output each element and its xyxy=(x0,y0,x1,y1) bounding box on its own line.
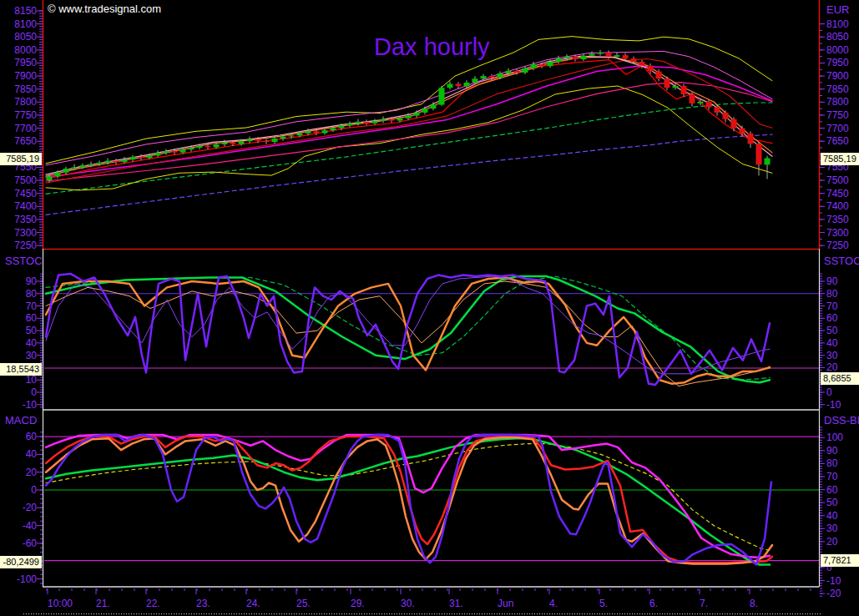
price-value-box-right: 7585,19 xyxy=(821,153,859,165)
candle-down xyxy=(748,134,754,144)
price-axis-label-left: 8150 xyxy=(14,5,37,17)
candle-up xyxy=(122,159,128,162)
candle-up xyxy=(322,130,328,133)
x-axis-label: 22. xyxy=(146,598,160,609)
dss-axis-label-right: 90 xyxy=(826,445,838,457)
price-axis-label-left: 7650 xyxy=(14,135,37,147)
sstoc-axis-label-left: 80 xyxy=(26,288,38,300)
candle-up xyxy=(306,131,311,133)
candle-down xyxy=(389,119,395,121)
price-axis-label-right: 7950 xyxy=(826,57,849,68)
price-axis-label-left: 7450 xyxy=(14,188,37,199)
candle-up xyxy=(97,163,103,164)
x-axis-label: 30. xyxy=(401,598,415,609)
macd-axis-label-left: -20 xyxy=(23,502,38,513)
candle-down xyxy=(114,161,119,163)
candle-up xyxy=(765,159,771,165)
candle-up xyxy=(523,68,528,73)
chart-title: Dax hourly xyxy=(374,33,490,61)
price-axis-label-left: 8100 xyxy=(14,18,37,30)
candle-down xyxy=(514,71,520,73)
x-axis-label: 10:00 xyxy=(48,598,73,609)
price-axis-label-left: 7900 xyxy=(14,70,37,82)
price-axis-label-left: 7750 xyxy=(14,109,37,121)
price-axis-label-left: 7700 xyxy=(14,123,37,134)
candle-up xyxy=(47,176,53,180)
candle-up xyxy=(422,109,428,113)
candle-up xyxy=(80,165,86,167)
sstoc-axis-label-right: 60 xyxy=(826,312,838,324)
price-axis-label-right: 7750 xyxy=(826,109,849,121)
candle-up xyxy=(297,134,303,135)
candle-up xyxy=(239,141,245,144)
price-axis-label-right: 7350 xyxy=(826,214,849,225)
candle-up xyxy=(130,157,136,159)
dss-axis-label-right: 50 xyxy=(826,497,838,508)
tradesignal-watermark: © www.tradesignal.com xyxy=(48,3,161,15)
sstoc-axis-label-right: 80 xyxy=(826,288,838,300)
price-axis-label-left: 7400 xyxy=(14,200,37,212)
candle-down xyxy=(706,102,712,108)
candle-up xyxy=(698,102,704,104)
candle-up xyxy=(164,151,169,153)
candle-down xyxy=(723,113,729,119)
price-axis-label-left: 8050 xyxy=(14,31,37,43)
x-axis-label: 24. xyxy=(246,598,260,609)
candle-up xyxy=(673,86,679,88)
candle-up xyxy=(339,125,345,128)
candle-up xyxy=(481,76,487,78)
candle-up xyxy=(439,88,445,104)
candle-up xyxy=(464,83,470,86)
price-axis-label-left: 8000 xyxy=(14,44,37,56)
candle-down xyxy=(364,122,370,124)
sstoc-axis-label-left: 10 xyxy=(26,374,38,386)
candle-down xyxy=(456,83,462,86)
candle-up xyxy=(272,139,278,142)
x-axis-label: 31. xyxy=(449,598,463,609)
candle-down xyxy=(205,146,211,148)
candle-down xyxy=(690,94,695,104)
candle-down xyxy=(639,62,645,66)
magenta-thin-upper xyxy=(46,51,772,165)
x-axis-label: 23. xyxy=(196,598,210,609)
candle-down xyxy=(656,71,662,78)
candle-up xyxy=(581,56,587,59)
sstoc-axis-label-right: 30 xyxy=(826,350,838,361)
stoch-green-dashed xyxy=(46,276,770,380)
dss-axis-label-right: 30 xyxy=(826,523,838,534)
candle-up xyxy=(548,62,553,66)
dss-panel-label: DSS-BLA xyxy=(824,414,859,427)
candle-down xyxy=(664,78,670,88)
chart-canvas[interactable]: 8150810080508000795079007850780077507700… xyxy=(0,0,859,616)
candle-up xyxy=(397,119,403,121)
sstoc-value-box-right: 8,6855 xyxy=(821,372,859,385)
candle-up xyxy=(531,64,537,68)
deeppink-ma xyxy=(46,83,772,181)
price-axis-label-right: 7400 xyxy=(826,200,849,212)
candle-up xyxy=(197,146,203,148)
price-axis-label-right: 8050 xyxy=(826,31,849,43)
dss-axis-label-right: 80 xyxy=(826,457,838,469)
price-axis-label-left: 7350 xyxy=(14,214,37,225)
x-axis-label: 8. xyxy=(750,598,758,609)
x-axis-label: Jun xyxy=(498,598,513,609)
macd-axis-label-left: -40 xyxy=(23,520,38,532)
candle-down xyxy=(623,55,629,58)
price-axis-label-right: 7300 xyxy=(826,227,849,239)
candle-up xyxy=(414,113,420,116)
price-axis-label-left: 7800 xyxy=(14,96,37,108)
candle-up xyxy=(189,148,195,149)
x-axis-label: 7. xyxy=(700,598,708,609)
price-axis-label-left: 7950 xyxy=(14,57,37,68)
price-axis-label-right: 7650 xyxy=(826,135,849,147)
macd-panel-label: MACD xyxy=(5,414,37,427)
candle-down xyxy=(255,139,261,141)
price-axis-label-left: 7850 xyxy=(14,83,37,95)
candle-down xyxy=(264,141,270,142)
candle-up xyxy=(381,119,387,121)
price-axis-label-right: 7800 xyxy=(826,96,849,108)
candle-down xyxy=(756,144,762,164)
candle-up xyxy=(63,169,69,173)
sstoc-value-box-left: 18,5543 xyxy=(0,363,42,376)
price-axis-label-right: 7900 xyxy=(826,70,849,82)
